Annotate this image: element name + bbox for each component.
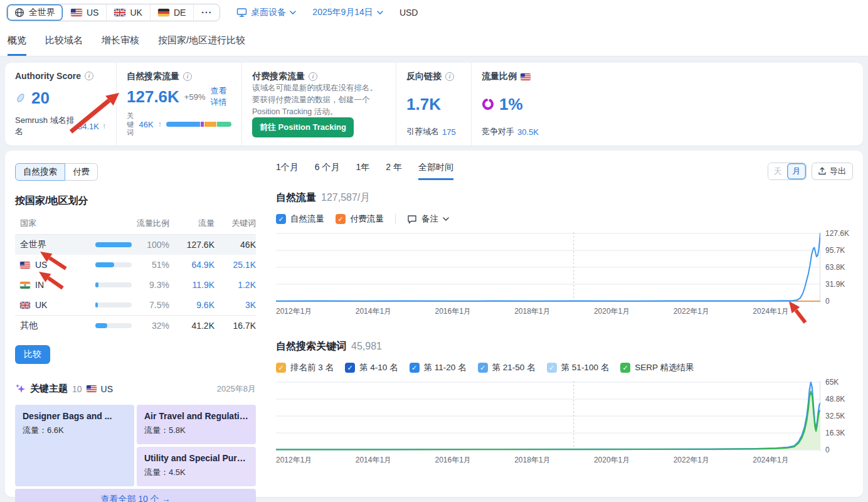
organic-toggle[interactable]: 自然搜索 <box>15 163 65 181</box>
metrics-panel: Authority Scorei 20 Semrush 域名排名34.1K↑ 自… <box>5 63 863 146</box>
region-world-button[interactable]: 全世界 <box>7 4 63 21</box>
y-axis-label: 0 <box>825 297 830 306</box>
notes-toggle[interactable]: 备注 <box>407 213 449 225</box>
legend-11-20[interactable]: ✓ 第 11-20 名 <box>410 362 467 373</box>
share-bar <box>95 262 132 267</box>
x-axis-label: 2016年1月 <box>435 306 470 317</box>
traffic-value[interactable]: 64.9K <box>169 260 214 270</box>
legend-serp-features[interactable]: ✓ SERP 精选结果 <box>620 362 694 373</box>
y-axis-label: 16.3K <box>825 429 845 437</box>
date-selector[interactable]: 2025年9月14日 <box>312 7 383 18</box>
checkbox-icon[interactable]: ✓ <box>547 363 557 373</box>
traffic-value: 127.6K <box>169 240 214 250</box>
checkbox-icon[interactable]: ✓ <box>345 363 355 373</box>
keyword-distribution-bar <box>166 122 231 127</box>
checkbox-icon[interactable]: ✓ <box>336 214 346 224</box>
keywords-value[interactable]: 46K <box>139 120 154 129</box>
checkbox-icon[interactable]: ✓ <box>478 363 488 373</box>
range-1y[interactable]: 1年 <box>356 162 369 180</box>
range-all-time[interactable]: 全部时间 <box>418 162 453 180</box>
authority-score-value: 20 <box>31 88 50 108</box>
keywords-value[interactable]: 25.1K <box>214 260 256 270</box>
tab-compare-domains[interactable]: 比较域名 <box>45 25 83 56</box>
domain-rank-label: Semrush 域名排名 <box>15 115 75 137</box>
tab-overview[interactable]: 概览 <box>8 25 26 56</box>
keywords-value[interactable]: 3K <box>214 300 256 310</box>
organic-traffic-chart: 2012年1月2014年1月2016年1月2018年1月2020年1月2022年… <box>276 232 853 319</box>
info-icon[interactable]: i <box>183 72 192 81</box>
x-axis-label: 2024年1月 <box>753 306 788 317</box>
keywords-chart-x-axis: 2012年1月2014年1月2016年1月2018年1月2020年1月2022年… <box>276 455 820 467</box>
share-bar <box>95 323 132 328</box>
info-icon[interactable]: i <box>309 72 317 81</box>
overview-panel: 自然搜索 付费 按国家/地区划分 国家 流量比例 流量 关键词 全世界 100%… <box>5 151 863 497</box>
range-2y[interactable]: 2 年 <box>386 162 402 180</box>
topic-traffic-label: 流量： <box>23 425 47 435</box>
table-row-in[interactable]: IN 9.3% 11.9K 1.2K <box>15 275 256 295</box>
topic-card[interactable]: Designer Bags and ... 流量：6.6K <box>15 405 134 486</box>
tab-compare-by-country[interactable]: 按国家/地区进行比较 <box>158 25 245 56</box>
view-details-link[interactable]: 查看详情 <box>210 85 231 108</box>
organic-chart-plot <box>276 232 820 302</box>
traffic-share-value: 1% <box>499 95 523 114</box>
table-row-worldwide[interactable]: 全世界 100% 127.6K 46K <box>15 235 256 255</box>
legend-paid[interactable]: ✓ 付费流量 <box>336 213 384 225</box>
ref-domains-value[interactable]: 175 <box>442 127 456 137</box>
topic-card[interactable]: Air Travel and Regulations 流量：5.8K <box>137 405 256 444</box>
topic-traffic-value: 6.6K <box>47 425 64 435</box>
region-us-button[interactable]: US <box>63 4 107 21</box>
legend-top3[interactable]: ✓ 排名前 3 名 <box>276 362 334 373</box>
granularity-day[interactable]: 天 <box>768 163 787 179</box>
region-uk-button[interactable]: UK <box>107 4 150 21</box>
topic-card[interactable]: Utility and Special Purpose Bags 流量：4.5K <box>137 447 256 486</box>
traffic-source-toggle: 自然搜索 付费 <box>15 163 256 181</box>
topic-title: Utility and Special Purpose Bags <box>144 453 248 463</box>
competitors-label: 竞争对手 <box>482 126 514 137</box>
us-flag-icon <box>521 73 531 80</box>
info-icon[interactable]: i <box>85 72 93 80</box>
checkbox-icon[interactable]: ✓ <box>410 363 420 373</box>
legend-label: 第 11-20 名 <box>424 362 467 373</box>
legend-51-100[interactable]: ✓ 第 51-100 名 <box>547 362 610 373</box>
table-row-us[interactable]: US 51% 64.9K 25.1K <box>15 255 256 275</box>
traffic-share-metric: 流量比例 1% 竞争对手30.5K <box>472 63 581 146</box>
traffic-value[interactable]: 11.9K <box>169 280 214 290</box>
range-6m[interactable]: 6 个月 <box>315 162 340 180</box>
metric-title: 付费搜索流量 <box>252 71 305 82</box>
donut-icon <box>482 98 494 110</box>
keywords-value[interactable]: 1.2K <box>214 280 256 290</box>
device-selector[interactable]: 桌面设备 <box>236 7 296 18</box>
x-axis-label: 2016年1月 <box>435 455 470 466</box>
organic-chart-title: 自然流量 <box>276 191 316 205</box>
col-keywords: 关键词 <box>214 218 256 229</box>
info-icon[interactable]: i <box>445 72 454 81</box>
range-1m[interactable]: 1个月 <box>276 162 299 180</box>
table-row-uk[interactable]: UK 7.5% 9.6K 3K <box>15 295 256 315</box>
view-all-topics-button[interactable]: 查看全部 10 个 → <box>15 489 256 502</box>
legend-4-10[interactable]: ✓ 第 4-10 名 <box>345 362 398 373</box>
checkbox-icon[interactable]: ✓ <box>276 214 286 224</box>
legend-label: 第 51-100 名 <box>561 362 610 373</box>
checkbox-icon[interactable]: ✓ <box>620 363 630 373</box>
region-more-button[interactable]: ··· <box>194 4 220 21</box>
authority-score-metric: Authority Scorei 20 Semrush 域名排名34.1K↑ <box>5 63 117 146</box>
tab-growth-audit[interactable]: 增长审核 <box>102 25 139 56</box>
legend-organic[interactable]: ✓ 自然流量 <box>276 213 324 225</box>
position-tracking-button[interactable]: 前往 Position Tracking <box>252 117 354 137</box>
organic-chart-value: 127,587/月 <box>321 191 370 205</box>
paid-toggle[interactable]: 付费 <box>65 163 98 181</box>
export-button[interactable]: 导出 <box>812 163 853 180</box>
traffic-value[interactable]: 9.6K <box>169 300 214 310</box>
competitors-value[interactable]: 30.5K <box>517 127 539 137</box>
granularity-month[interactable]: 月 <box>787 163 806 179</box>
topics-grid: Designer Bags and ... 流量：6.6K Air Travel… <box>15 405 256 486</box>
col-traffic: 流量 <box>169 218 214 229</box>
table-row-others[interactable]: 其他 32% 41.2K 16.7K <box>15 315 256 335</box>
legend-21-50[interactable]: ✓ 第 21-50 名 <box>478 362 536 373</box>
domain-rank-value[interactable]: 34.1K <box>78 122 99 131</box>
right-arrow-icon: → <box>162 494 171 502</box>
region-de-button[interactable]: DE <box>151 4 194 21</box>
col-share: 流量比例 <box>95 218 169 229</box>
compare-button[interactable]: 比较 <box>15 345 50 364</box>
checkbox-icon[interactable]: ✓ <box>276 363 286 373</box>
